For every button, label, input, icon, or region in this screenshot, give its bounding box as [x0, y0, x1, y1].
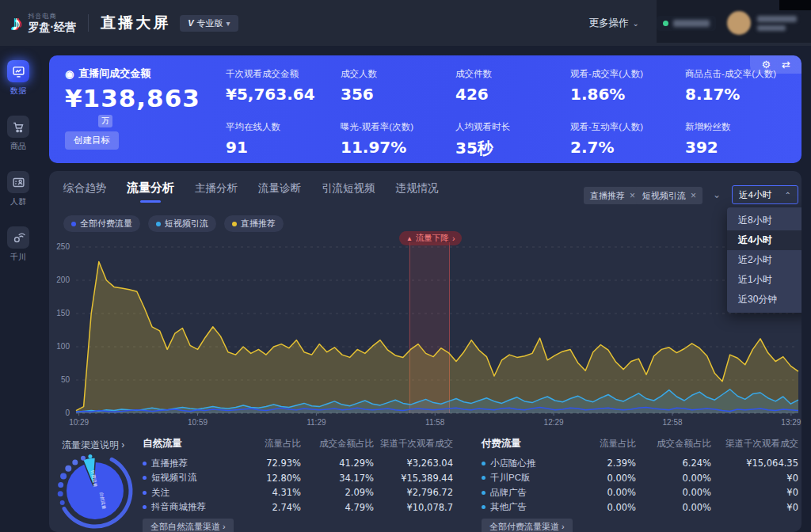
metric-grid: 千次观看成交金额¥5,763.64 成交人数356 成交件数426 观看-成交率… — [226, 68, 800, 159]
sidebar-item-label: 数据 — [10, 86, 26, 97]
avatar[interactable] — [727, 11, 751, 35]
legend-item-short-video[interactable]: 短视频引流 — [148, 215, 216, 232]
col-header: 渠道千次观看成交 — [374, 438, 453, 450]
svg-text:10:29: 10:29 — [69, 418, 89, 427]
sidebar-item-label: 人群 — [10, 196, 26, 207]
time-range-select[interactable]: 近4小时 ⌃ — [732, 185, 798, 204]
table-row[interactable]: 抖音商城推荐 2.74%4.79%¥10,078.7 — [143, 500, 453, 515]
svg-text:0: 0 — [65, 408, 70, 417]
traffic-drop-annotation[interactable]: ▲ 流量下降 › — [399, 231, 462, 245]
filter-chip-short-video[interactable]: 短视频引流 × — [636, 187, 702, 204]
series-dot — [482, 476, 485, 480]
more-actions-button[interactable]: 更多操作 ⌄ — [589, 17, 639, 30]
left-sidebar: 数据 商品 人群 千川 — [0, 46, 36, 532]
all-paid-channels-button[interactable]: 全部付费流量渠道 › — [482, 519, 573, 532]
col-header: 渠道千次观看成交 — [711, 438, 798, 450]
tab-traffic-analysis[interactable]: 流量分析 — [127, 180, 174, 203]
series-dot — [143, 476, 147, 480]
sidebar-item-audience[interactable]: 人群 — [7, 171, 29, 207]
svg-text:150: 150 — [56, 309, 70, 317]
table-row[interactable]: 短视频引流 12.80%34.17%¥15,389.44 — [143, 471, 453, 486]
online-dot-icon — [663, 21, 668, 26]
filter-chip-live-recommend[interactable]: 直播推荐 × — [584, 187, 642, 204]
svg-text:11:29: 11:29 — [307, 418, 326, 427]
table-row[interactable]: 其他广告 0.00%0.00%¥0 — [482, 500, 798, 515]
table-title: 自然流量 — [143, 437, 236, 450]
series-dot — [482, 491, 485, 495]
series-dot — [143, 491, 147, 495]
brand-block: 抖音电商 罗盘·经营 — [29, 13, 77, 32]
legend-dot — [232, 222, 237, 226]
sidebar-item-label: 商品 — [10, 141, 26, 152]
svg-text:50: 50 — [61, 375, 70, 384]
svg-text:13:29: 13:29 — [781, 418, 801, 427]
option-4h[interactable]: 近4小时 — [727, 230, 801, 250]
table-row[interactable]: 直播推荐 72.93%41.29%¥3,263.04 — [143, 456, 453, 471]
table-row[interactable]: 小店随心推 2.39%6.24%¥15,064.35 — [482, 456, 798, 471]
live-status-badge[interactable] — [657, 16, 716, 31]
annotation-label: 流量下降 — [416, 233, 449, 244]
chevron-up-icon: ⌃ — [785, 191, 791, 200]
promotion-icon — [7, 226, 29, 249]
option-8h[interactable]: 近8小时 — [727, 211, 801, 230]
option-2h[interactable]: 近2小时 — [727, 250, 801, 270]
series-dot — [482, 462, 485, 466]
create-goal-button[interactable]: 创建目标 — [65, 131, 119, 150]
sidebar-item-qianchuan[interactable]: 千川 — [7, 226, 29, 263]
brand-name: 罗盘·经营 — [29, 21, 77, 33]
redaction-strip — [779, 0, 811, 10]
close-icon[interactable]: × — [630, 190, 635, 201]
legend-label: 短视频引流 — [165, 218, 208, 230]
arrow-right-icon: › — [223, 522, 226, 531]
all-natural-channels-button[interactable]: 全部自然流量渠道 › — [143, 519, 234, 532]
tab-traffic-diagnosis[interactable]: 流量诊断 — [258, 181, 301, 203]
version-v-icon: V — [188, 18, 193, 28]
legend-dot — [71, 222, 76, 226]
main-metric-value: ¥138,863 — [65, 84, 200, 112]
paid-traffic-table: 付费流量 流量占比 成交金额占比 渠道千次观看成交 小店随心推 2.39%6.2… — [482, 437, 798, 532]
arrow-right-icon: › — [562, 522, 565, 531]
tab-short-video[interactable]: 引流短视频 — [322, 181, 375, 203]
brand-top-label: 抖音电商 — [29, 13, 77, 20]
metric-cell: 平均在线人数91 — [226, 121, 341, 159]
arrow-right-icon: › — [121, 439, 124, 450]
redacted-user-name — [757, 16, 797, 31]
metric-cell: 新增粉丝数392 — [685, 121, 800, 159]
version-badge[interactable]: V 专业版 ▾ — [180, 15, 238, 32]
analytics-panel: 综合趋势 流量分析 主播分析 流量诊断 引流短视频 违规情况 直播推荐 × 短视… — [49, 171, 801, 532]
series-dot — [143, 462, 147, 466]
legend-label: 直播推荐 — [241, 218, 276, 230]
sidebar-item-label: 千川 — [10, 252, 26, 263]
tab-bar: 综合趋势 流量分析 主播分析 流量诊断 引流短视频 违规情况 — [63, 180, 439, 203]
sidebar-item-goods[interactable]: 商品 — [7, 116, 29, 152]
tab-host-analysis[interactable]: 主播分析 — [195, 181, 238, 203]
table-row[interactable]: 千川PC版 0.00%0.00%¥0 — [482, 471, 798, 486]
warning-icon: ▲ — [406, 235, 413, 242]
svg-text:250: 250 — [56, 242, 70, 251]
douyin-logo-icon: ♪ — [11, 11, 22, 36]
redacted-status-text — [673, 20, 710, 27]
close-icon[interactable]: × — [691, 190, 696, 201]
chevron-down-icon: ▾ — [227, 19, 230, 28]
svg-text:200: 200 — [56, 276, 70, 284]
table-row[interactable]: 品牌广告 0.00%0.00%¥0 — [482, 485, 798, 500]
tab-overall-trend[interactable]: 综合趋势 — [63, 181, 106, 203]
top-right-cluster: 更多操作 ⌄ — [589, 11, 811, 35]
sidebar-item-data[interactable]: 数据 — [7, 60, 29, 97]
svg-text:11:58: 11:58 — [425, 418, 445, 427]
chevron-down-icon[interactable]: ⌄ — [713, 189, 721, 200]
option-30m[interactable]: 近30分钟 — [727, 290, 801, 310]
table-title: 付费流量 — [482, 437, 573, 450]
unit-badge: 万 — [98, 115, 112, 127]
svg-text:10:59: 10:59 — [188, 418, 208, 427]
data-screen-icon — [7, 60, 29, 82]
table-row[interactable]: 关注 4.31%2.09%¥2,796.72 — [143, 485, 453, 500]
col-header: 流量占比 — [236, 438, 301, 450]
svg-text:100: 100 — [56, 342, 70, 351]
svg-text:12:29: 12:29 — [544, 418, 564, 427]
tab-violations[interactable]: 违规情况 — [396, 181, 439, 203]
option-1h[interactable]: 近1小时 — [727, 270, 801, 290]
legend-item-paid-total[interactable]: 全部付费流量 — [63, 215, 140, 232]
legend-item-live-recommend[interactable]: 直播推荐 — [224, 215, 284, 232]
natural-traffic-table: 自然流量 流量占比 成交金额占比 渠道千次观看成交 直播推荐 72.93%41.… — [143, 437, 453, 532]
